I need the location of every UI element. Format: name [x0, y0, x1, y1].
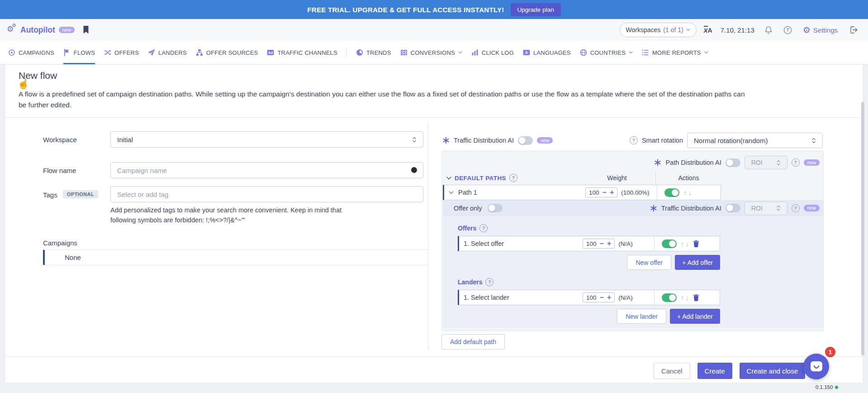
- path-weight-value[interactable]: 100: [589, 189, 599, 196]
- move-up-icon[interactable]: ↑: [681, 294, 684, 301]
- path-actions-cell: ↑ ↓: [657, 185, 721, 200]
- svg-text:?: ?: [786, 27, 789, 33]
- translate-icon[interactable]: xA: [704, 26, 712, 34]
- path-enabled-toggle[interactable]: [664, 188, 679, 197]
- lander-enabled-toggle[interactable]: [662, 293, 677, 302]
- workspaces-dropdown[interactable]: Workspaces (1 of 1): [620, 23, 697, 37]
- bookmark-icon[interactable]: [83, 26, 89, 34]
- trial-banner-text: FREE TRIAL. UPGRADE & GET FULL ACCESS IN…: [307, 6, 504, 14]
- mouse-cursor: ☝: [17, 78, 29, 90]
- brand-new-badge: new: [59, 27, 75, 34]
- create-and-close-button[interactable]: Create and close: [740, 363, 805, 379]
- smart-rotation-select[interactable]: Normal rotation(random): [687, 133, 823, 148]
- shuffle-icon: [104, 49, 111, 56]
- trash-icon[interactable]: [693, 294, 699, 301]
- nav-flows[interactable]: FLOWS: [63, 41, 95, 64]
- lander-buttons-row: New lander + Add lander: [458, 309, 720, 324]
- ai-icon: [650, 205, 657, 212]
- lander-weight-stepper: 100 − +: [583, 292, 615, 302]
- offers-help-icon[interactable]: ?: [479, 224, 488, 232]
- bar-chart-icon: [471, 49, 479, 56]
- nav-offers[interactable]: OFFERS: [104, 41, 139, 64]
- upgrade-plan-button[interactable]: Upgrade plan: [511, 3, 561, 16]
- ai-icon: [654, 159, 661, 166]
- autopilot-gears-icon: ⚙ ⚙: [7, 24, 18, 35]
- add-lander-button[interactable]: + Add lander: [670, 309, 720, 324]
- nav-click-log[interactable]: CLICK LOG: [471, 41, 514, 64]
- path-weight-stepper: 100 − +: [585, 187, 617, 197]
- column-divider: [428, 121, 428, 350]
- form-footer: Cancel Create Create and close: [5, 356, 863, 383]
- lander-weight-value[interactable]: 100: [586, 294, 597, 301]
- offer-percent: (N/A): [618, 240, 633, 247]
- landers-help-icon[interactable]: ?: [485, 278, 493, 286]
- plus-button[interactable]: +: [607, 294, 611, 301]
- path-traffic-ai-toggle[interactable]: [726, 204, 740, 212]
- smart-rotation-help-icon[interactable]: ?: [630, 136, 638, 144]
- trash-icon[interactable]: [693, 240, 699, 247]
- minus-button[interactable]: −: [602, 189, 607, 196]
- path-ai-help-icon[interactable]: ?: [792, 158, 800, 167]
- nav-campaigns[interactable]: CAMPAIGNS: [8, 41, 54, 64]
- flow-color-dot[interactable]: [411, 167, 417, 173]
- new-lander-button[interactable]: New lander: [617, 309, 666, 324]
- minus-button[interactable]: −: [600, 240, 604, 247]
- tags-help-text: Add personalized tags to make your searc…: [110, 205, 350, 225]
- path-percent: (100.00%): [621, 189, 649, 196]
- default-paths-header[interactable]: DEFAULT PATHS ?: [446, 172, 517, 184]
- offer-weight-value[interactable]: 100: [586, 240, 597, 247]
- lander-row[interactable]: 1. Select lander 100 − + (N/A): [458, 290, 720, 305]
- add-offer-button[interactable]: + Add offer: [675, 255, 720, 270]
- nav-offer-sources[interactable]: OFFER SOURCES: [196, 41, 258, 64]
- flow-name-input[interactable]: [110, 162, 423, 178]
- path-traffic-ai-help-icon[interactable]: ?: [792, 204, 800, 212]
- create-button[interactable]: Create: [697, 363, 732, 379]
- move-down-icon[interactable]: ↓: [688, 189, 692, 196]
- settings-link[interactable]: Settings: [813, 26, 838, 34]
- chat-widget-button[interactable]: [803, 354, 829, 379]
- nav-traffic-channels[interactable]: Ad TRAFFIC CHANNELS: [267, 41, 337, 64]
- workspace-label: Workspace: [43, 136, 77, 144]
- campaigns-label: Campaigns: [43, 239, 77, 247]
- move-up-icon[interactable]: ↑: [683, 189, 687, 196]
- brand-title[interactable]: Autopilot: [20, 25, 55, 35]
- path-traffic-ai-roi-select[interactable]: ROI: [745, 201, 787, 215]
- traffic-ai-toggle[interactable]: [518, 136, 533, 145]
- lander-row-label: 1. Select lander: [459, 294, 509, 301]
- default-paths-help-icon[interactable]: ?: [509, 174, 517, 182]
- nav-languages[interactable]: A LANGUAGES: [523, 41, 571, 64]
- move-down-icon[interactable]: ↓: [686, 240, 689, 247]
- nav-conversions[interactable]: CONVERSIONS: [400, 41, 462, 64]
- help-icon[interactable]: ?: [783, 26, 792, 34]
- tags-input[interactable]: [110, 186, 423, 202]
- ai-icon: [442, 137, 450, 144]
- path-ai-toggle[interactable]: [726, 158, 740, 167]
- logout-icon[interactable]: [849, 26, 858, 34]
- nav-countries[interactable]: COUNTRIES: [580, 41, 633, 64]
- notifications-bell-icon[interactable]: [764, 26, 773, 34]
- plus-button[interactable]: +: [610, 189, 614, 196]
- add-default-path-button[interactable]: Add default path: [441, 334, 505, 350]
- app-root: { "banner": { "text": "FREE TRIAL. UPGRA…: [0, 0, 868, 393]
- offer-row[interactable]: 1. Select offer 100 − + (N/A): [458, 236, 720, 251]
- move-down-icon[interactable]: ↓: [686, 294, 689, 301]
- nav-more-reports[interactable]: MORE REPORTS: [642, 41, 708, 64]
- path-weight-cell: 100 − + (100.00%): [580, 185, 657, 200]
- default-paths-panel: Path Distribution AI ROI ? new DEFAULT P…: [441, 151, 824, 331]
- nav-landers[interactable]: LANDERS: [148, 41, 187, 64]
- move-up-icon[interactable]: ↑: [681, 240, 684, 247]
- path-row[interactable]: Path 1 100 − + (100.00%) ↑ ↓: [443, 185, 721, 200]
- nav-trends[interactable]: TRENDS: [356, 41, 391, 64]
- table-icon: [400, 49, 408, 56]
- offer-only-toggle[interactable]: [488, 204, 503, 212]
- settings-gear-icon[interactable]: ⚙: [803, 26, 811, 34]
- minus-button[interactable]: −: [600, 294, 604, 301]
- offer-enabled-toggle[interactable]: [662, 240, 677, 248]
- cancel-button[interactable]: Cancel: [654, 363, 690, 379]
- vertical-scrollbar[interactable]: [861, 102, 864, 355]
- svg-text:Ad: Ad: [268, 51, 273, 55]
- new-offer-button[interactable]: New offer: [627, 255, 671, 270]
- workspace-select[interactable]: Initial: [110, 131, 423, 148]
- plus-button[interactable]: +: [607, 240, 611, 247]
- path-ai-roi-select[interactable]: ROI: [745, 156, 787, 169]
